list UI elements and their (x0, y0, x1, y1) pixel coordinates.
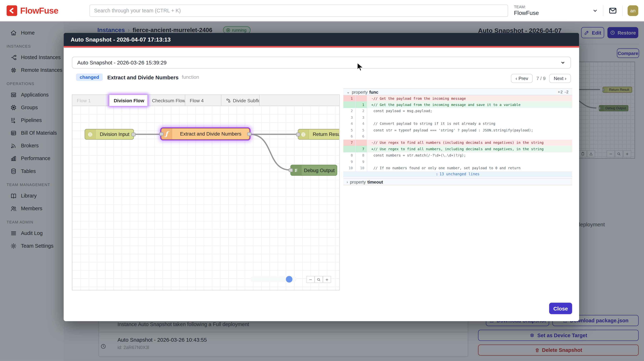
logo-text: FlowFuse (20, 6, 58, 16)
diff-gutter-new: 9 (356, 158, 367, 165)
globe-icon (85, 129, 96, 139)
diff-gutter-old: 6 (343, 133, 356, 140)
diff-row-context: 22 const payload = msg.payload; (343, 108, 572, 114)
diff-row-removed: 1-// Get the payload from the incoming m… (343, 95, 572, 102)
diff-gutter-new: 8 (356, 152, 367, 158)
tab-checksum-flow[interactable]: Checksum Flow (148, 95, 185, 106)
zoom-reset-button[interactable] (315, 276, 323, 283)
screen: Instances › fierce-ancient-murrelet-2406… (0, 0, 644, 361)
diff-gutter-old: 1 (343, 95, 356, 102)
tab-flow-4[interactable]: Flow 4 (185, 95, 221, 106)
change-summary: changed Extract and Divide Numbers funct… (76, 74, 199, 81)
zoom-out-button[interactable]: − (306, 276, 315, 283)
tab-flow-1[interactable]: Flow 1 (72, 95, 109, 106)
diff-row-added: 1+// Get the payload from the incoming m… (343, 102, 572, 108)
diff-code: const payload = msg.payload; (367, 108, 572, 114)
node-port[interactable] (289, 168, 293, 172)
tab-label: Flow 4 (190, 98, 204, 103)
diff-gutter-new (356, 140, 367, 146)
prev-button[interactable]: ‹ Prev (511, 74, 533, 83)
chevron-right-icon: › (347, 180, 348, 184)
diff-gutter-new: 7 (356, 146, 367, 152)
next-button[interactable]: Next › (549, 74, 571, 83)
topbar-divider (603, 5, 603, 16)
user-avatar[interactable]: an (628, 5, 638, 16)
diff-row-context: 66 (343, 133, 572, 140)
diff-gutter-new: 5 (356, 127, 367, 133)
diff-gutter-old: 7 (343, 140, 356, 146)
diff-row-context: 99 (343, 158, 572, 165)
tab-divide-subflow[interactable]: Divide Subflow (221, 95, 260, 106)
mail-icon[interactable] (608, 6, 617, 15)
subflow-icon (226, 98, 231, 103)
zoom-slider-handle[interactable] (286, 276, 292, 282)
diff-row-removed: 7-// Use regex to find all numbers (incl… (343, 140, 572, 146)
pagination-position: 7 / 9 (536, 76, 546, 81)
diff-row-context: 44 // Convert payload to string if it is… (343, 120, 572, 127)
snapshot-select-dropdown[interactable]: Auto Snapshot - 2026-03-26 15:39:29 (72, 56, 571, 68)
diff-row-context: 1010 // If no numbers found or only one … (343, 165, 572, 171)
diff-code: +// Get the payload from the incoming me… (367, 102, 572, 108)
diff-gutter-old: 9 (343, 158, 356, 165)
close-button[interactable]: Close (549, 302, 572, 314)
flow-tabs: Flow 1Division FlowChecksum FlowFlow 4Di… (72, 95, 339, 106)
zoom-in-button[interactable]: + (323, 276, 331, 283)
node-debug-output[interactable]: Debug Output (290, 165, 337, 176)
node-division-input[interactable]: Division Input (84, 129, 134, 140)
team-selector[interactable]: TEAM: FlowFuse (514, 5, 539, 16)
zoom-slider[interactable] (250, 276, 296, 282)
diff-property-header[interactable]: ⌄ property func +2 -2 (343, 88, 572, 95)
diff-row-added: 7+// Use regex to find all numbers, incl… (343, 146, 572, 152)
diff-gutter-old: 4 (343, 120, 356, 127)
diff-gutter-new: 1 (356, 102, 367, 108)
diff-row-context: 55 const str = typeof payload === 'strin… (343, 127, 572, 133)
node-port[interactable] (296, 133, 300, 136)
topbar-divider (622, 5, 622, 16)
diff-gutter-new: 2 (356, 108, 367, 114)
diff-code: // If no numbers found or only one numbe… (367, 165, 572, 171)
node-extract-and-divide[interactable]: ƒ Extract and Divide Numbers (161, 128, 250, 140)
flow-canvas[interactable]: Division Input ƒ Extract and Divide Numb… (72, 106, 339, 290)
diff-panel: ⌄ property func +2 -2 1-// Get the paylo… (343, 88, 572, 185)
topbar: FlowFuse TEAM: FlowFuse an (0, 0, 644, 21)
tab-label: Divide Subflow (233, 98, 260, 103)
node-return-result[interactable]: Return Result (298, 129, 339, 140)
flowfuse-logo-icon (7, 5, 17, 16)
diff-gutter-old: 3 (343, 114, 356, 120)
chevron-down-icon[interactable] (592, 8, 598, 14)
magnifier-icon (317, 278, 321, 282)
search-input[interactable] (90, 4, 508, 17)
changed-node-type: function (182, 74, 199, 80)
tab-label: Checksum Flow (152, 98, 185, 103)
node-port[interactable] (132, 133, 136, 136)
team-name: FlowFuse (514, 10, 539, 16)
changed-badge: changed (76, 74, 103, 81)
diff-property-collapsed[interactable]: › property timeout (343, 178, 572, 185)
diff-gutter-new: 10 (356, 165, 367, 171)
diff-rows: 1-// Get the payload from the incoming m… (343, 95, 572, 178)
node-port[interactable] (247, 132, 252, 136)
diff-gutter-new (356, 95, 367, 102)
unfold-icon: ↕ (436, 172, 438, 176)
dropdown-value: Auto Snapshot - 2026-03-26 15:39:29 (77, 60, 166, 66)
diff-code: -// Get the payload from the incoming me… (367, 95, 572, 102)
flowfuse-logo[interactable]: FlowFuse (7, 5, 82, 16)
diff-gutter-old: 2 (343, 108, 356, 114)
diff-gutter-old: 8 (343, 152, 356, 158)
diff-row-expander[interactable]: ↕13 unchanged lines (343, 171, 572, 178)
diff-gutter-old: 10 (343, 165, 356, 171)
diff-counts: +2 -2 (558, 90, 569, 94)
diff-row-context: 88 const numbers = str.match(/-?\d+(\.\d… (343, 152, 572, 158)
node-port[interactable] (160, 132, 164, 136)
diff-code (367, 158, 572, 165)
diff-gutter-new: 3 (356, 114, 367, 120)
diff-row-context: 33 (343, 114, 572, 120)
diff-gutter-new: 4 (356, 120, 367, 127)
diff-gutter-old (343, 146, 356, 152)
diff-code: const str = typeof payload === 'string' … (367, 127, 572, 133)
diff-code (367, 133, 572, 140)
diff-code (367, 114, 572, 120)
diff-code: const numbers = str.match(/-?\d+(\.\d+)?… (367, 152, 572, 158)
flow-editor: Flow 1Division FlowChecksum FlowFlow 4Di… (72, 94, 340, 290)
tab-division-flow[interactable]: Division Flow (109, 95, 148, 106)
